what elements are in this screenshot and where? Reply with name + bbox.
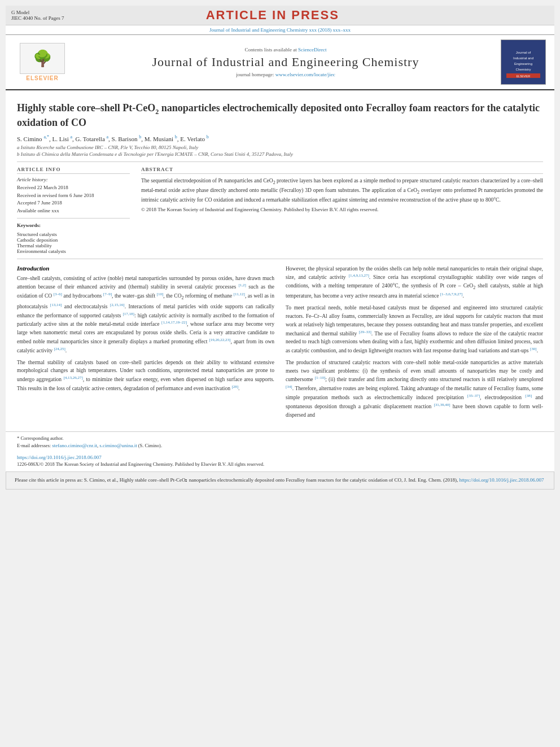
logo-image: 🌳: [20, 43, 65, 74]
keyword-1: Structured catalysts: [17, 231, 130, 237]
contents-line: Contents lists available at ScienceDirec…: [71, 47, 501, 53]
doi-link[interactable]: https://doi.org/10.1016/j.jiec.2018.06.0…: [17, 455, 543, 460]
keyword-3: Thermal stability: [17, 243, 130, 248]
affiliation-a: a Istituto Ricerche sulla Combustione IR…: [17, 145, 543, 150]
issn-text: 1226-086X/© 2018 The Korean Society of I…: [17, 461, 543, 467]
affiliation-b: b Istituto di Chimica della Materia Cond…: [17, 151, 543, 157]
info-divider: [17, 218, 130, 219]
right-para-1: However, the physical separation by the …: [286, 265, 543, 301]
svg-text:ELSEVIER: ELSEVIER: [517, 75, 531, 78]
citation-text: Please cite this article in press as: S.…: [15, 477, 545, 484]
journal-cover-image: Journal of Industrial and Engineering Ch…: [501, 40, 546, 85]
revised-date: Received in revised form 6 June 2018: [17, 192, 130, 200]
abstract-text: The sequential electrodeposition of Pt n…: [141, 177, 543, 204]
received-date: Received 22 March 2018: [17, 184, 130, 192]
svg-text:Industrial and: Industrial and: [513, 56, 533, 60]
abstract-column: ABSTRACT The sequential electrodepositio…: [141, 167, 543, 254]
elsevier-text: ELSEVIER: [26, 75, 58, 81]
article-title: Highly stable core–shell Pt-CeO2 nanopar…: [17, 102, 543, 130]
article-in-press-banner: ARTICLE IN PRESS: [64, 8, 482, 23]
footnote-area: * Corresponding author. E-mail addresses…: [6, 431, 554, 453]
svg-text:Engineering: Engineering: [514, 62, 532, 65]
divider-2: [17, 259, 543, 259]
body-left-column: Introduction Core–shell catalysts, consi…: [17, 265, 274, 423]
email-note: E-mail addresses: stefano.cimino@cnr.it,…: [17, 442, 543, 449]
introduction-title: Introduction: [17, 265, 274, 272]
email-2[interactable]: s.cimino@unina.it: [99, 443, 137, 448]
article-content: Highly stable core–shell Pt-CeO2 nanopar…: [6, 90, 554, 429]
journal-header: 🌳 ELSEVIER Contents lists available at S…: [6, 35, 554, 90]
journal-title: Journal of Industrial and Engineering Ch…: [71, 55, 501, 69]
svg-text:Journal of: Journal of: [516, 51, 531, 54]
keywords-label: Keywords:: [17, 222, 130, 230]
email-1[interactable]: stefano.cimino@cnr.it: [52, 443, 97, 448]
accepted-date: Accepted 7 June 2018: [17, 199, 130, 207]
corresponding-note: * Corresponding author.: [17, 435, 543, 442]
sciencedirect-link[interactable]: ScienceDirect: [298, 47, 326, 53]
abstract-title: ABSTRACT: [141, 167, 543, 174]
authors-line: S. Cimino a,*, L. Lisi a, G. Totarella a…: [17, 134, 543, 142]
available-date: Available online xxx: [17, 207, 130, 215]
journal-title-block: Contents lists available at ScienceDirec…: [71, 47, 501, 77]
divider-1: [17, 161, 543, 162]
info-abstract-section: ARTICLE INFO Article history: Received 2…: [17, 167, 543, 254]
elsevier-logo: 🌳 ELSEVIER: [14, 43, 71, 81]
homepage-link[interactable]: www.elsevier.com/locate/jiec: [275, 72, 335, 77]
top-banner: G Model JIEC 4040 No. of Pages 7 ARTICLE…: [6, 6, 554, 25]
article-info-title: ARTICLE INFO: [17, 167, 130, 174]
keyword-4: Environmental catalysts: [17, 248, 130, 254]
page: G Model JIEC 4040 No. of Pages 7 ARTICLE…: [6, 6, 554, 490]
svg-text:Chemistry: Chemistry: [515, 68, 531, 71]
journal-reference-line: Journal of Industrial and Engineering Ch…: [6, 25, 554, 35]
intro-para-1: Core–shell catalysts, consisting of acti…: [17, 274, 274, 355]
article-info-column: ARTICLE INFO Article history: Received 2…: [17, 167, 130, 254]
article-in-press-title: ARTICLE IN PRESS: [64, 8, 482, 23]
keyword-2: Cathodic deposition: [17, 237, 130, 243]
journal-homepage: journal homepage: www.elsevier.com/locat…: [71, 72, 501, 77]
intro-para-2: The thermal stability of catalysts based…: [17, 359, 274, 393]
body-columns: Introduction Core–shell catalysts, consi…: [17, 265, 543, 423]
doi-issn-section: https://doi.org/10.1016/j.jiec.2018.06.0…: [6, 452, 554, 471]
g-model-text: G Model JIEC 4040 No. of Pages 7: [11, 10, 64, 21]
article-history-label: Article history:: [17, 177, 130, 182]
body-right-column: However, the physical separation by the …: [286, 265, 543, 423]
right-para-3: The production of structured catalytic r…: [286, 359, 543, 420]
right-para-2: To meet practical needs, noble metal-bas…: [286, 304, 543, 355]
tree-icon: 🌳: [33, 49, 53, 68]
copyright-text: © 2018 The Korean Society of Industrial …: [141, 207, 543, 212]
citation-doi-link[interactable]: https://doi.org/10.1016/j.jiec.2018.06.0…: [460, 477, 544, 483]
citation-box: Please cite this article in press as: S.…: [6, 471, 554, 490]
